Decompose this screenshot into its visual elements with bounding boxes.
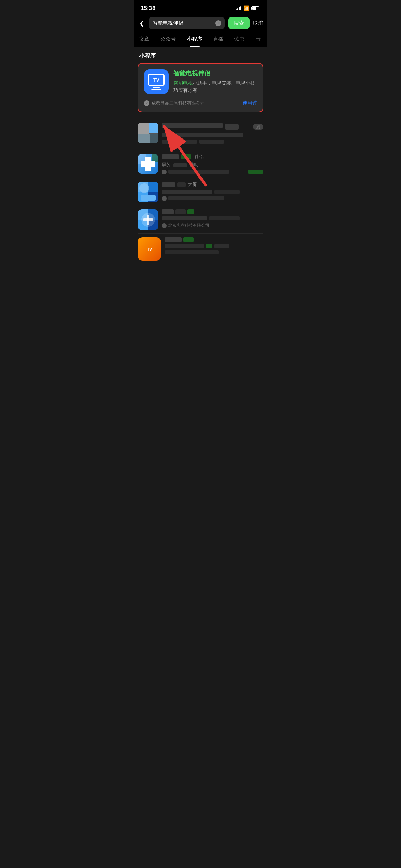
blue-icon-4 <box>138 209 158 230</box>
status-bar: 15:38 📶 <box>134 0 267 14</box>
blurred-result-4[interactable]: 北京忠孝科技有限公司 <box>138 206 263 234</box>
orange-icon-5: TV <box>138 237 161 261</box>
back-button[interactable]: ❮ <box>138 18 146 28</box>
tv-screen: TV <box>148 74 165 86</box>
tab-more[interactable]: 音 <box>250 32 266 47</box>
company-name: ✓ 成都良品三号科技有限公司 <box>144 100 205 106</box>
blurred-content-5 <box>165 237 263 261</box>
content-area: 小程序 TV 智能电视伴侣 智能电视小助手，电视安装、电视小技巧应有尽有 <box>134 47 267 264</box>
signal-icon <box>236 6 242 10</box>
tab-book[interactable]: 读书 <box>229 32 250 47</box>
featured-card-header: TV 智能电视伴侣 智能电视小助手，电视安装、电视小技巧应有尽有 <box>144 69 257 97</box>
featured-desc-highlight: 智能电视 <box>173 80 193 86</box>
blurred-icon-1 <box>138 123 158 143</box>
wifi-icon: 📶 <box>243 5 249 11</box>
search-bar: ❮ 智能电视伴侣 ✕ 搜索 取消 <box>134 14 267 32</box>
blurred-section-1: 剧 伴侣 <box>134 117 267 264</box>
status-time: 15:38 <box>141 5 155 12</box>
blurred-name-row-3: 大屏 <box>162 182 263 188</box>
blue-icon-3 <box>138 182 158 202</box>
blurred-chips-row <box>162 140 263 146</box>
tv-base <box>151 89 161 90</box>
company-label: 成都良品三号科技有限公司 <box>151 100 205 106</box>
blurred-content-2: 伴侣 屏的 辅助 <box>162 154 263 174</box>
tab-article[interactable]: 文章 <box>134 32 155 47</box>
featured-footer: ✓ 成都良品三号科技有限公司 使用过 <box>144 100 257 106</box>
status-icons: 📶 <box>236 5 261 11</box>
search-input-container[interactable]: 智能电视伴侣 ✕ <box>149 17 225 29</box>
clear-button[interactable]: ✕ <box>215 20 221 26</box>
tv-icon-inner: TV <box>148 74 165 90</box>
blurred-result-3[interactable]: 大屏 <box>138 178 263 206</box>
blurred-content-3: 大屏 <box>162 182 263 202</box>
used-badge: 使用过 <box>243 100 257 106</box>
blurred-company-4: 北京忠孝科技有限公司 <box>162 222 263 228</box>
tab-account[interactable]: 公众号 <box>155 32 181 47</box>
blurred-result-5[interactable]: TV <box>138 234 263 264</box>
blurred-desc-2: 屏的 辅助 <box>162 162 263 168</box>
featured-desc: 智能电视小助手，电视安装、电视小技巧应有尽有 <box>173 80 257 94</box>
blurred-name-row-4 <box>162 209 263 214</box>
search-button[interactable]: 搜索 <box>228 17 250 29</box>
section-title: 小程序 <box>134 47 267 63</box>
blurred-content-1: 剧 <box>162 123 263 146</box>
blurred-title-row: 剧 <box>162 123 263 131</box>
search-query: 智能电视伴侣 <box>153 20 212 26</box>
app-icon: TV <box>144 69 169 94</box>
blurred-name-row-2: 伴侣 <box>162 154 263 160</box>
featured-info: 智能电视伴侣 智能电视小助手，电视安装、电视小技巧应有尽有 <box>173 69 257 97</box>
blurred-result-2[interactable]: 伴侣 屏的 辅助 <box>138 150 263 178</box>
tabs: 文章 公众号 小程序 直播 读书 音 <box>134 32 267 47</box>
featured-name: 智能电视伴侣 <box>173 69 257 77</box>
verified-icon: ✓ <box>144 100 149 106</box>
blurred-name-5 <box>165 237 263 242</box>
blurred-result-1[interactable]: 剧 <box>138 119 263 150</box>
blurred-company-row-2 <box>162 170 263 174</box>
blue-icon-2 <box>138 154 158 174</box>
blurred-desc-5 <box>165 244 263 248</box>
blurred-company-3 <box>162 196 263 201</box>
battery-icon <box>251 6 260 10</box>
tab-miniapp[interactable]: 小程序 <box>181 32 208 47</box>
featured-result-card[interactable]: TV 智能电视伴侣 智能电视小助手，电视安装、电视小技巧应有尽有 ✓ 成都良品三… <box>138 63 263 112</box>
blurred-company-5 <box>165 250 263 254</box>
orange-tv-text: TV <box>147 246 152 252</box>
tv-label: TV <box>153 77 159 83</box>
tv-stand <box>153 87 160 88</box>
blurred-desc-row-4 <box>162 216 263 220</box>
blurred-content-4: 北京忠孝科技有限公司 <box>162 209 263 230</box>
tab-live[interactable]: 直播 <box>208 32 229 47</box>
cancel-button[interactable]: 取消 <box>253 20 263 26</box>
blurred-desc-row-3 <box>162 190 263 194</box>
